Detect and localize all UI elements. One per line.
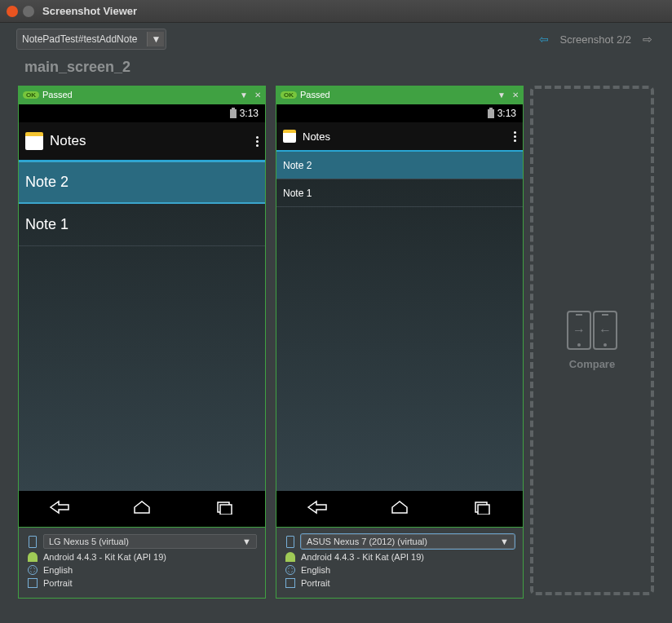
globe-icon (27, 565, 38, 575)
app-bar: Notes (276, 122, 523, 152)
list-item[interactable]: Note 1 (19, 204, 265, 246)
status-badge: OK (281, 91, 297, 99)
chevron-down-icon: ▼ (242, 537, 251, 546)
panel-menu-icon[interactable]: ▼ (497, 91, 506, 99)
orientation-icon (27, 578, 38, 588)
language-label: English (301, 565, 330, 575)
notepad-icon (25, 132, 43, 150)
overflow-menu-icon[interactable] (514, 131, 516, 142)
chevron-down-icon: ▼ (500, 537, 509, 546)
android-icon (27, 552, 38, 562)
window-close-button[interactable] (7, 6, 18, 17)
svg-rect-3 (478, 505, 489, 515)
screenshot-counter: Screenshot 2/2 (560, 33, 631, 46)
device-screenshot: 3:13 Notes Note 2Note 1 (18, 104, 266, 528)
compare-icon: → ← (567, 311, 617, 350)
android-status-bar: 3:13 (276, 104, 523, 122)
screen-name: main_screen_2 (0, 55, 672, 86)
device-dropdown[interactable]: LG Nexus 5 (virtual) ▼ (43, 534, 257, 549)
list-item[interactable]: Note 2 (19, 161, 265, 204)
android-nav-bar (19, 491, 265, 527)
device-dropdown[interactable]: ASUS Nexus 7 (2012) (virtual) ▼ (301, 534, 515, 549)
compare-dropzone[interactable]: → ← Compare (530, 86, 654, 595)
panel-header: OK Passed ▼ ✕ (18, 86, 266, 104)
globe-icon (285, 565, 296, 575)
recents-icon[interactable] (214, 500, 235, 518)
device-panel: OK Passed ▼ ✕ 3:13 Notes Note 2Note 1 AS… (276, 86, 524, 599)
device-icon (285, 536, 296, 548)
window-minimize-button[interactable] (23, 6, 34, 17)
device-icon (27, 536, 38, 548)
list-item[interactable]: Note 1 (276, 179, 523, 207)
home-icon[interactable] (131, 500, 153, 518)
back-icon[interactable] (49, 500, 70, 518)
android-nav-bar (276, 491, 523, 527)
clock-time: 3:13 (240, 108, 259, 119)
orientation-icon (285, 578, 296, 588)
content-area: OK Passed ▼ ✕ 3:13 Notes Note 2Note 1 LG… (0, 86, 672, 599)
list-item[interactable]: Note 2 (276, 152, 523, 179)
device-panel: OK Passed ▼ ✕ 3:13 Notes Note 2Note 1 LG… (18, 86, 266, 599)
android-icon (285, 552, 296, 562)
nav-prev-button[interactable]: ⇦ (536, 31, 552, 47)
device-screenshot: 3:13 Notes Note 2Note 1 (276, 104, 524, 528)
panel-close-icon[interactable]: ✕ (512, 91, 519, 99)
svg-rect-1 (220, 505, 232, 515)
toolbar: NotePadTest#testAddNote ▼ ⇦ Screenshot 2… (0, 23, 672, 55)
language-label: English (43, 565, 73, 575)
panel-meta: ASUS Nexus 7 (2012) (virtual) ▼ Android … (276, 528, 524, 599)
battery-icon (488, 109, 494, 118)
test-dropdown[interactable]: NotePadTest#testAddNote ▼ (16, 29, 166, 50)
app-title: Notes (50, 133, 86, 149)
notes-list: Note 2Note 1 (19, 161, 265, 491)
orientation-label: Portrait (301, 578, 329, 588)
os-label: Android 4.4.3 - Kit Kat (API 19) (301, 552, 424, 562)
test-dropdown-label: NotePadTest#testAddNote (22, 33, 137, 45)
overflow-menu-icon[interactable] (256, 136, 259, 147)
window-title: Screenshot Viewer (42, 5, 137, 17)
app-bar: Notes (19, 122, 265, 161)
device-name: LG Nexus 5 (virtual) (49, 537, 129, 546)
panel-menu-icon[interactable]: ▼ (240, 91, 248, 99)
back-icon[interactable] (307, 500, 328, 518)
recents-icon[interactable] (471, 500, 493, 518)
nav-next-button[interactable]: ⇨ (639, 31, 656, 47)
panel-close-icon[interactable]: ✕ (254, 91, 261, 99)
os-label: Android 4.4.3 - Kit Kat (API 19) (43, 552, 166, 562)
panel-status: Passed (300, 90, 330, 99)
home-icon[interactable] (389, 500, 410, 518)
android-status-bar: 3:13 (19, 104, 265, 122)
panel-status: Passed (42, 90, 73, 99)
orientation-label: Portrait (43, 578, 72, 588)
panel-meta: LG Nexus 5 (virtual) ▼ Android 4.4.3 - K… (18, 528, 266, 599)
battery-icon (230, 109, 237, 118)
notes-list: Note 2Note 1 (276, 152, 523, 491)
app-title: Notes (303, 130, 330, 143)
chevron-down-icon: ▼ (147, 32, 164, 46)
device-name: ASUS Nexus 7 (2012) (virtual) (307, 537, 427, 546)
status-badge: OK (23, 91, 39, 99)
titlebar: Screenshot Viewer (0, 0, 672, 23)
panel-header: OK Passed ▼ ✕ (276, 86, 524, 104)
notepad-icon (283, 130, 296, 143)
clock-time: 3:13 (497, 108, 516, 119)
compare-label: Compare (569, 358, 615, 370)
